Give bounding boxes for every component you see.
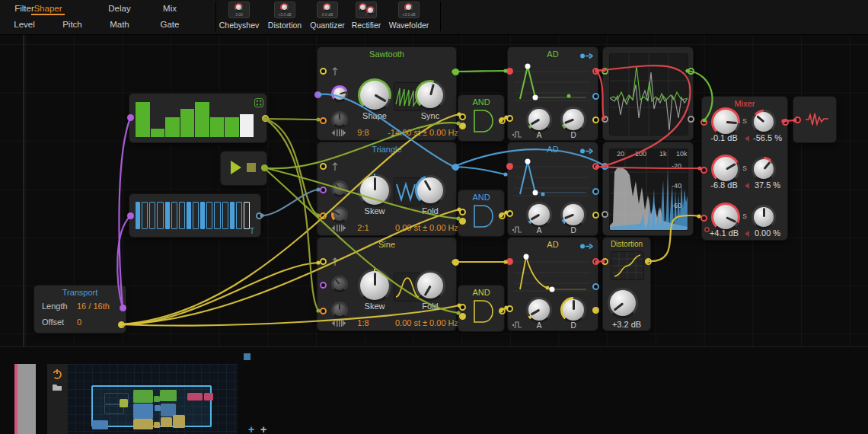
step-bar[interactable] (165, 117, 180, 137)
trigger-input-port[interactable] (506, 258, 513, 265)
step-bar[interactable] (225, 117, 239, 137)
ratio-value[interactable]: 9:8 (348, 128, 378, 137)
semitone-value[interactable]: 0.00 st (378, 223, 420, 232)
gate-steps[interactable] (136, 202, 250, 229)
gate-step[interactable] (214, 202, 220, 229)
audio-out-input-port[interactable] (794, 116, 801, 123)
decay-knob[interactable] (560, 202, 586, 228)
ch3-input-port[interactable] (700, 215, 707, 222)
step-bar[interactable] (195, 102, 209, 138)
skew-knob[interactable] (358, 269, 391, 302)
spectrum-input1-port[interactable] (602, 163, 608, 170)
eoc-output-port[interactable] (592, 283, 599, 290)
env-output-port[interactable] (592, 68, 599, 75)
eoc-output-port[interactable] (592, 93, 599, 100)
eoc-output-port[interactable] (592, 188, 599, 195)
fm-input-port[interactable] (320, 282, 327, 289)
steps-input-port[interactable] (127, 114, 134, 121)
ch2-level-value[interactable]: -6.8 dB (702, 180, 746, 190)
sync-knob[interactable] (415, 80, 445, 110)
phase-input-port[interactable] (320, 163, 327, 170)
distortion-output-port[interactable] (645, 258, 652, 265)
steps-bars[interactable] (136, 99, 254, 137)
gate-input-port[interactable] (506, 115, 513, 122)
ad-module-1[interactable]: AD A D (508, 47, 598, 140)
and-input2-port[interactable] (459, 313, 466, 320)
phase-input-port[interactable] (320, 68, 327, 75)
step-bar[interactable] (180, 109, 195, 138)
gate-step[interactable] (200, 202, 205, 229)
ratio-value[interactable]: 1:8 (348, 318, 378, 327)
gate-step[interactable] (230, 202, 235, 229)
spectrum-input2-port[interactable] (602, 211, 608, 218)
distortion-module[interactable]: Distortion +3.2 dB (603, 238, 650, 330)
retrigger-icon[interactable] (580, 53, 593, 59)
ch1-solo-button[interactable]: S (740, 117, 749, 125)
audio-out-module[interactable] (793, 97, 836, 142)
distortion-input-port[interactable] (602, 258, 608, 265)
tab-delay[interactable]: Delay (96, 1, 143, 16)
ch3-pan-value[interactable]: 0.00 % (748, 228, 787, 238)
sawtooth-output-port[interactable] (452, 69, 459, 75)
scope-input1-port[interactable] (602, 68, 608, 75)
add-device-icon[interactable]: + (260, 425, 266, 434)
mixer-output-port[interactable] (782, 119, 789, 126)
gate-step[interactable] (193, 202, 199, 229)
ch1-level-value[interactable]: -0.1 dB (702, 133, 746, 142)
palette-item-chebyshev[interactable]: 3.00 Chebyshev (216, 0, 262, 34)
retrigger-icon[interactable] (580, 243, 593, 250)
stop-icon[interactable] (247, 163, 256, 172)
and-input2-port[interactable] (459, 123, 466, 129)
gate-output-port[interactable] (592, 212, 599, 219)
ratio-value[interactable]: 2:1 (348, 223, 378, 232)
gate-step[interactable] (244, 202, 250, 229)
mixer-module[interactable]: Mixer S -0.1 dB -56.5 % S -6.8 dB 37.5 %… (702, 97, 787, 240)
ch2-solo-button[interactable]: S (740, 164, 749, 172)
and-module-3[interactable]: AND (458, 286, 504, 331)
trigger-input-port[interactable] (506, 163, 513, 170)
gate-step[interactable] (136, 202, 140, 229)
tab-gate[interactable]: Gate (146, 17, 193, 32)
and-input1-port[interactable] (459, 113, 466, 120)
gates-input-port[interactable] (127, 212, 134, 219)
env-output-port[interactable] (592, 258, 599, 265)
shape-knob[interactable] (358, 78, 391, 112)
and-input1-port[interactable] (459, 304, 466, 311)
trigger-output-port[interactable] (261, 164, 268, 171)
transport-module[interactable]: Transport Length 16 / 16th Offset 0 (34, 286, 126, 333)
fold-knob[interactable] (415, 175, 445, 206)
ch3-mod-port[interactable] (704, 227, 710, 232)
gate-step[interactable] (236, 202, 242, 229)
retrigger-icon[interactable] (580, 148, 593, 155)
steps-module[interactable] (129, 94, 266, 142)
palette-item-wavefolder[interactable]: +3.0 dB Wavefolder (382, 0, 436, 34)
gate-input-port[interactable] (506, 210, 513, 217)
fm-input-port[interactable] (320, 187, 327, 193)
transport-offset-output-port[interactable] (118, 321, 125, 328)
and-output-port[interactable] (499, 308, 506, 314)
ch2-pan-knob[interactable] (752, 157, 776, 181)
ch3-solo-button[interactable]: S (740, 212, 749, 220)
scope-output1-port[interactable] (688, 68, 694, 75)
triangle-output-port[interactable] (452, 164, 459, 171)
ad-module-2[interactable]: AD A D (508, 142, 598, 235)
ch2-pan-value[interactable]: 37.5 % (748, 180, 787, 190)
gate-step[interactable] (206, 202, 212, 229)
tab-math[interactable]: Math (96, 17, 143, 32)
trigger-input-port[interactable] (506, 68, 513, 75)
trigger-module[interactable] (221, 152, 266, 185)
gate-output-port[interactable] (592, 307, 599, 314)
gate-step[interactable] (165, 202, 170, 229)
gate-step[interactable] (149, 202, 155, 229)
ch3-level-knob[interactable] (711, 203, 740, 231)
env-output-port[interactable] (592, 163, 599, 170)
decay-knob[interactable] (560, 107, 586, 132)
device-power-icon[interactable] (52, 369, 62, 379)
pitch-input-port[interactable] (320, 212, 327, 219)
ch1-level-knob[interactable] (711, 107, 740, 136)
fold-knob[interactable] (415, 270, 445, 301)
grid-minimap[interactable] (67, 364, 238, 434)
gate-input-port[interactable] (506, 305, 513, 312)
tab-mix[interactable]: Mix (146, 1, 193, 16)
fm-amount-knob[interactable] (331, 276, 348, 292)
